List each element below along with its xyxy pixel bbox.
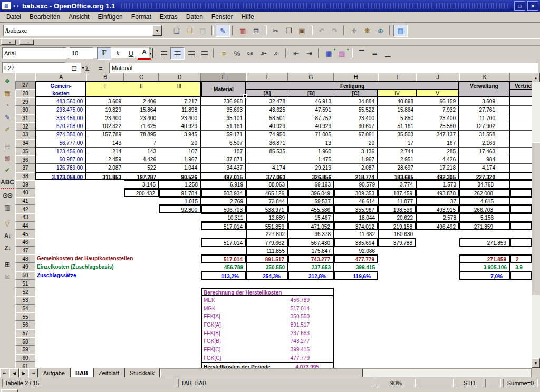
align-justified-button[interactable] — [198, 48, 211, 59]
cell-F47[interactable]: 111.855 — [246, 247, 288, 255]
cell-B44[interactable] — [86, 222, 124, 230]
cell-K37[interactable]: 4.174 — [459, 164, 510, 172]
menu-bearbeiten[interactable]: Bearbeiten — [25, 12, 64, 22]
row-header-60[interactable]: 60 — [15, 354, 35, 362]
row-header-29[interactable]: 29 — [15, 97, 35, 106]
cell-B52[interactable] — [86, 288, 124, 296]
cell-J54[interactable] — [416, 305, 459, 313]
cell-D55[interactable] — [159, 312, 201, 321]
chevron-down-icon[interactable]: ▼ — [152, 25, 162, 36]
cell-F32[interactable]: 40.929 — [246, 122, 288, 131]
cell-C29[interactable]: 2.406 — [124, 97, 159, 106]
cell-B35[interactable]: 214 — [86, 148, 124, 156]
row-header-30[interactable]: 30 — [15, 106, 35, 114]
cell-C35[interactable]: 143 — [124, 148, 159, 156]
cell-A51[interactable] — [35, 280, 86, 288]
cell-E54[interactable]: MGK517.014 — [201, 305, 334, 313]
font-name-combobox[interactable]: ▼ — [2, 47, 66, 59]
next-sheet-button[interactable]: ▶ — [19, 368, 28, 378]
row-header-38[interactable]: 38 — [15, 172, 35, 181]
formula-input[interactable] — [109, 63, 538, 73]
cell-L37[interactable] — [510, 164, 532, 172]
cell-D52[interactable] — [159, 288, 201, 296]
cell-A50[interactable]: Zuschlagssätze — [35, 271, 201, 280]
cell-K33[interactable]: 31.558 — [459, 131, 510, 139]
row-header-27[interactable]: 27 — [15, 81, 35, 90]
cell-J59[interactable] — [416, 346, 459, 354]
cell-L33[interactable] — [510, 131, 532, 139]
cell-A59[interactable] — [35, 346, 86, 354]
cell-D38[interactable]: 90.526 — [159, 172, 201, 181]
sheet-tab-bab[interactable]: BAB — [70, 368, 93, 378]
cell-D51[interactable] — [159, 280, 201, 288]
cell-D41[interactable]: 1.015 — [159, 197, 201, 205]
cell-C53[interactable] — [124, 296, 159, 305]
spellcheck-icon[interactable]: ✔ — [1, 164, 14, 176]
cell-E39[interactable]: 6.919 — [201, 180, 246, 189]
cell-K54[interactable] — [459, 305, 510, 313]
cell-J39[interactable]: 1.573 — [416, 180, 459, 189]
column-header-E[interactable]: E — [201, 73, 246, 81]
cell-B32[interactable]: 102.322 — [86, 122, 124, 131]
cell-K53[interactable] — [459, 296, 510, 305]
cell-K40[interactable]: 262.088 — [459, 189, 510, 197]
sum-icon[interactable]: Σ — [81, 63, 94, 74]
toolbar-handle[interactable]: ∷ ▾ — [1, 40, 16, 45]
cell-B37[interactable]: 2.087 — [86, 164, 124, 172]
cell-B58[interactable] — [86, 337, 124, 346]
cell-E40[interactable]: 503.934 — [201, 189, 246, 197]
vertical-scrollbar[interactable]: ▲ ▼ — [532, 73, 540, 368]
cell-A27[interactable]: Gemein- — [35, 81, 86, 90]
cell-H61[interactable] — [334, 362, 378, 368]
cell-J55[interactable] — [416, 312, 459, 321]
align-right-button[interactable] — [185, 48, 198, 59]
cell-D59[interactable] — [159, 346, 201, 354]
status-panel-3[interactable] — [418, 379, 454, 387]
cell-H28[interactable]: [C] — [334, 90, 378, 98]
font-size-combobox[interactable]: ▼ — [70, 47, 93, 59]
row-header-33[interactable]: 33 — [15, 131, 35, 139]
cell-H56[interactable] — [334, 321, 378, 329]
cell-H37[interactable]: 2.087 — [334, 164, 378, 172]
cell-D56[interactable] — [159, 321, 201, 329]
cell-J50[interactable] — [416, 271, 459, 280]
cell-B42[interactable] — [86, 205, 124, 213]
menu-hilfe[interactable]: Hilfe — [237, 12, 258, 22]
cell-G28[interactable]: [B] — [288, 90, 334, 98]
cell-H51[interactable] — [334, 280, 378, 288]
row-header-28[interactable]: 28 — [15, 90, 35, 98]
cell-K41[interactable]: 4.615 — [459, 197, 510, 205]
cell-A43[interactable] — [35, 213, 86, 222]
cell-K45[interactable] — [459, 230, 510, 238]
cell-L51[interactable] — [510, 280, 532, 288]
pin-icon[interactable]: ⊷ — [13, 3, 19, 9]
cell-E31[interactable]: 35.101 — [201, 114, 246, 123]
cell-G32[interactable]: 40.929 — [288, 122, 334, 131]
row-header-44[interactable]: 44 — [15, 222, 35, 230]
column-header-F[interactable]: F — [246, 73, 288, 81]
cell-L30[interactable] — [510, 106, 532, 114]
cell-I59[interactable] — [378, 346, 416, 354]
insert-cells-icon[interactable]: ▦ — [1, 87, 14, 99]
cell-E36[interactable]: 37.871 — [201, 155, 246, 164]
cell-G30[interactable]: 47.591 — [288, 106, 334, 114]
cell-H48[interactable]: 477.779 — [334, 254, 378, 263]
row-header-34[interactable]: 34 — [15, 139, 35, 148]
last-sheet-button[interactable]: ⇥ — [28, 368, 38, 378]
cell-I43[interactable]: 20.622 — [378, 213, 416, 222]
cell-K46[interactable]: 271.859 — [459, 238, 510, 247]
cell-F39[interactable]: 88.063 — [246, 180, 288, 189]
paste-icon[interactable]: ▣ — [295, 25, 308, 36]
cell-E27[interactable]: Material — [201, 81, 246, 97]
cell-E51[interactable] — [201, 280, 246, 288]
cell-G40[interactable]: 396.049 — [288, 189, 334, 197]
cell-H33[interactable]: 67.061 — [334, 131, 378, 139]
equals-icon[interactable]: = — [94, 63, 107, 74]
cell-I58[interactable] — [378, 337, 416, 346]
cell-B43[interactable] — [86, 213, 124, 222]
cell-E30[interactable]: 35.693 — [201, 106, 246, 114]
cell-A49[interactable]: Einzelkosten (Zuschlagsbasis) — [35, 263, 201, 271]
standard-format-button[interactable]: 0,0 — [244, 48, 257, 59]
cell-E53[interactable]: MEK456.789 — [201, 296, 334, 305]
cell-K28[interactable] — [459, 90, 510, 98]
